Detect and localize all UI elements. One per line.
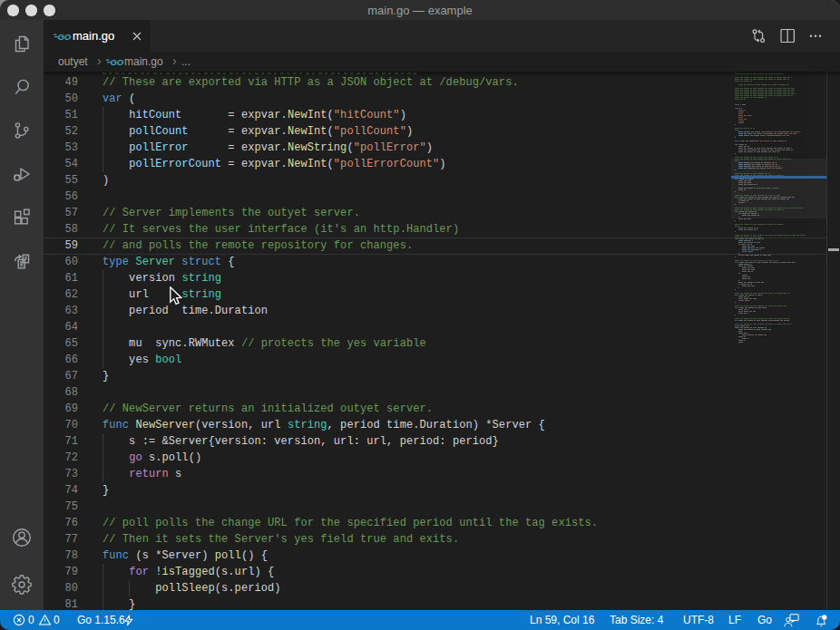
svg-text:GO: GO <box>111 57 124 67</box>
svg-text:GO: GO <box>58 32 72 42</box>
